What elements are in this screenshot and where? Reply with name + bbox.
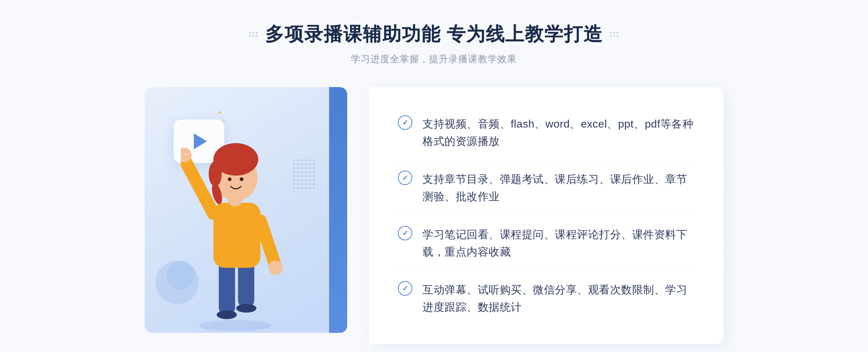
page-wrapper: 多项录播课辅助功能 专为线上教学打造 学习进度全掌握，提升录播课教学效果 《 <box>0 0 868 352</box>
svg-point-4 <box>236 304 256 313</box>
feature-text-4: 互动弹幕、试听购买、微信分享、观看次数限制、学习进度跟踪、数据统计 <box>422 281 694 316</box>
features-area: ✓ 支持视频、音频、flash、word、excel、ppt、pdf等各种格式的… <box>369 87 723 344</box>
blue-side-strip <box>329 87 347 333</box>
check-icon-4: ✓ <box>398 281 412 296</box>
svg-rect-1 <box>219 261 235 315</box>
check-icon-3: ✓ <box>398 226 412 240</box>
page-title: 多项录播课辅助功能 专为线上教学打造 <box>265 22 603 47</box>
person-figure <box>181 130 289 333</box>
svg-point-16 <box>268 261 283 275</box>
feature-text-2: 支持章节目录、弹题考试、课后练习、课后作业、章节测验、批改作业 <box>422 171 694 205</box>
check-icon-2: ✓ <box>398 171 412 185</box>
feature-text-1: 支持视频、音频、flash、word、excel、ppt、pdf等各种格式的资源… <box>422 115 694 150</box>
check-icon-1: ✓ <box>398 115 412 130</box>
feature-item-3: ✓ 学习笔记回看、课程提问、课程评论打分、课件资料下载，重点内容收藏 <box>398 216 694 271</box>
svg-rect-5 <box>213 203 260 268</box>
svg-line-6 <box>184 159 213 214</box>
feature-text-3: 学习笔记回看、课程提问、课程评论打分、课件资料下载，重点内容收藏 <box>422 226 694 261</box>
svg-line-7 <box>260 221 275 264</box>
feature-item-2: ✓ 支持章节目录、弹题考试、课后练习、课后作业、章节测验、批改作业 <box>398 160 694 216</box>
stripe-decoration <box>293 159 322 196</box>
main-content: 《 ✦ ✦ <box>145 87 723 344</box>
svg-point-14 <box>240 177 243 181</box>
stars-decoration: ✦ ✦ <box>217 109 226 123</box>
feature-item-4: ✓ 互动弹幕、试听购买、微信分享、观看次数限制、学习进度跟踪、数据统计 <box>398 271 694 326</box>
page-subtitle: 学习进度全掌握，提升录播课教学效果 <box>249 53 619 65</box>
left-decorative-dots <box>249 32 258 37</box>
svg-point-0 <box>199 320 271 331</box>
feature-item-1: ✓ 支持视频、音频、flash、word、excel、ppt、pdf等各种格式的… <box>398 105 694 160</box>
illustration-card: ✦ ✦ <box>145 87 347 333</box>
star-icon-2: ✦ <box>222 118 226 123</box>
header-section: 多项录播课辅助功能 专为线上教学打造 学习进度全掌握，提升录播课教学效果 <box>249 22 619 65</box>
illustration-area: 《 ✦ ✦ <box>145 87 369 344</box>
header-title-row: 多项录播课辅助功能 专为线上教学打造 <box>249 22 619 47</box>
svg-point-11 <box>209 161 222 186</box>
svg-point-13 <box>228 177 231 181</box>
svg-point-3 <box>217 310 237 319</box>
star-icon: ✦ <box>217 109 226 117</box>
right-decorative-dots <box>610 32 619 37</box>
